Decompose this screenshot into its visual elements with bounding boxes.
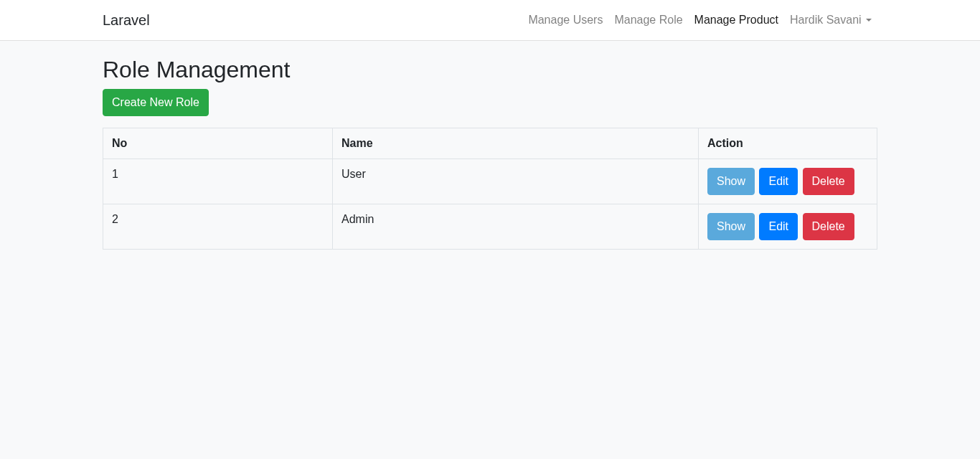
navbar: Laravel Manage Users Manage Role Manage … [0, 0, 980, 41]
cell-no: 2 [103, 204, 333, 250]
table-header-no: No [103, 128, 333, 159]
nav-link-manage-product[interactable]: Manage Product [689, 8, 784, 32]
page-title: Role Management [103, 57, 877, 83]
cell-action: Show Edit Delete [699, 159, 877, 204]
table-row: 2 Admin Show Edit Delete [103, 204, 877, 250]
show-button[interactable]: Show [707, 168, 755, 195]
nav-link-manage-users[interactable]: Manage Users [522, 8, 608, 32]
user-dropdown-label: Hardik Savani [790, 14, 862, 27]
nav-link-manage-role[interactable]: Manage Role [608, 8, 688, 32]
table-header-row: No Name Action [103, 128, 877, 159]
create-new-role-button[interactable]: Create New Role [103, 89, 209, 116]
edit-button[interactable]: Edit [759, 213, 798, 240]
user-dropdown[interactable]: Hardik Savani [784, 8, 877, 32]
table-header-action: Action [699, 128, 877, 159]
table-row: 1 User Show Edit Delete [103, 159, 877, 204]
navbar-nav: Manage Users Manage Role Manage Product … [522, 8, 877, 32]
delete-button[interactable]: Delete [803, 168, 854, 195]
main-content: Role Management Create New Role No Name … [92, 41, 888, 250]
cell-no: 1 [103, 159, 333, 204]
chevron-down-icon [866, 19, 872, 22]
cell-name: User [333, 159, 699, 204]
navbar-brand[interactable]: Laravel [103, 12, 150, 29]
cell-name: Admin [333, 204, 699, 250]
edit-button[interactable]: Edit [759, 168, 798, 195]
show-button[interactable]: Show [707, 213, 755, 240]
table-header-name: Name [333, 128, 699, 159]
cell-action: Show Edit Delete [699, 204, 877, 250]
delete-button[interactable]: Delete [803, 213, 854, 240]
roles-table: No Name Action 1 User Show Edit Delete 2… [103, 128, 877, 250]
